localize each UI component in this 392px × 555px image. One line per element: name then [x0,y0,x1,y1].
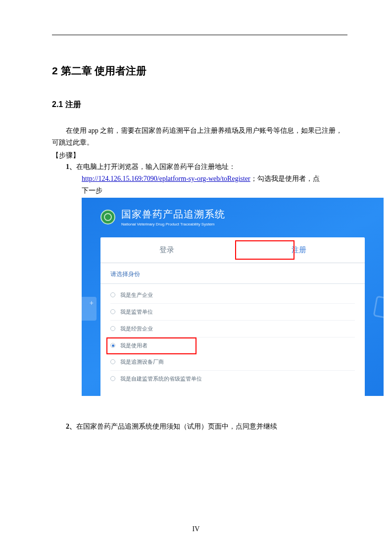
option-label: 我是监管单位 [120,308,153,316]
identity-option-producer[interactable]: 我是生产企业 [110,287,355,304]
step-1-link-line: http://124.126.15.169:7090/eplatform-sy-… [82,173,347,185]
tab-login[interactable]: 登录 [100,237,233,263]
step-1: 1、在电脑上打开浏览器，输入国家兽药平台注册地址： [66,161,347,173]
brand-row: 国家兽药产品追溯系统 National Veterinary Drug Prod… [100,208,365,226]
option-label: 我是经营企业 [120,325,153,333]
brand-title-en: National Veterinary Drug Product Traceab… [121,222,225,226]
section-heading: 2.1 注册 [52,100,347,110]
option-label: 我是使用者 [120,342,147,349]
register-url-link[interactable]: http://124.126.15.169:7090/eplatform-sy-… [82,175,250,182]
tabs-row: 登录 注册 [100,237,365,263]
radio-icon [110,309,115,314]
top-rule [52,35,347,35]
step-2-number: 2、 [66,423,76,430]
auth-panel: 登录 注册 请选择身份 我是生产企业 我是监管单位 [100,237,365,396]
step-1-tail: ；勾选我是使用者，点 [250,175,320,182]
embedded-screenshot: 国家兽药产品追溯系统 National Veterinary Drug Prod… [82,198,384,396]
intro-paragraph: 在使用 app 之前，需要在国家兽药追溯平台上注册养殖场及用户账号等信息，如果已… [52,125,347,149]
radio-icon [110,376,115,381]
identity-option-regulator[interactable]: 我是监管单位 [110,304,355,321]
identity-option-user[interactable]: 我是使用者 [110,337,355,354]
page-number: IV [0,525,392,533]
tab-register[interactable]: 注册 [233,237,365,263]
identity-option-operator[interactable]: 我是经营企业 [110,321,355,337]
step-1-subline: 下一步 [82,185,347,197]
option-label: 我是生产企业 [120,291,153,299]
select-identity-label: 请选择身份 [100,263,365,284]
steps-label: 【步骤】 [52,150,347,162]
chapter-heading: 2 第二章 使用者注册 [52,64,347,78]
bg-card-icon [82,297,97,321]
radio-icon [110,292,115,297]
radio-icon [110,326,115,331]
step-2-text: 在国家兽药产品追溯系统使用须知（试用）页面中，点同意并继续 [76,423,277,430]
brand-logo-icon [100,210,115,224]
option-label: 我是追溯设备厂商 [120,358,164,366]
radio-icon [110,359,115,364]
identity-option-provincial[interactable]: 我是自建监管系统的省级监管单位 [110,371,355,387]
brand-title-cn: 国家兽药产品追溯系统 [121,208,225,221]
identity-options: 我是生产企业 我是监管单位 我是经营企业 我是使用者 [100,284,365,393]
identity-option-vendor[interactable]: 我是追溯设备厂商 [110,354,355,371]
radio-icon [110,343,115,348]
option-label: 我是自建监管系统的省级监管单位 [120,375,202,383]
step-1-text: 在电脑上打开浏览器，输入国家兽药平台注册地址： [76,163,236,170]
step-2: 2、在国家兽药产品追溯系统使用须知（试用）页面中，点同意并继续 [66,421,347,433]
step-1-number: 1、 [66,163,76,170]
